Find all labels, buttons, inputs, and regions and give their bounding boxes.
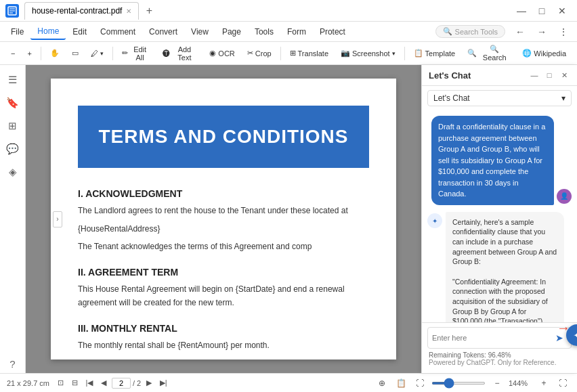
menu-protect[interactable]: Protect [313,24,352,39]
fit-page-button[interactable]: ⊡ [55,377,67,389]
menu-home[interactable]: Home [30,24,66,40]
maximize-button[interactable]: □ [532,3,551,18]
chat-tokens: Remaining Tokens: 96.48% [427,351,572,359]
page-nav-left[interactable]: › [53,211,62,227]
forward-button[interactable]: → [532,24,551,39]
pdf-section-content-1: The Landlord agrees to rent the house to… [78,204,369,217]
total-pages: 2 [137,379,141,387]
edit-all-button[interactable]: ✏ Edit All [116,43,156,64]
search-tools-input[interactable]: 🔍 Search Tools [435,25,505,38]
chat-messages: Draft a confidentiality clause in a purc… [422,110,577,322]
select-tool-button[interactable]: ▭ [66,47,84,60]
chat-header: Let's Chat — □ ✕ [422,65,577,86]
sidebar-icon-1[interactable]: ☰ [3,70,22,89]
chat-controls: — □ ✕ [528,69,570,81]
chat-close-btn[interactable]: ✕ [558,69,570,81]
fit-width-button[interactable]: ⊟ [69,377,81,389]
bot-avatar: ✦ [427,213,442,228]
search-button[interactable]: 🔍 🔍 Search [462,43,515,64]
chat-input-area: ➤ Remaining Tokens: 96.48% Powered by Ch… [422,322,577,373]
template-button[interactable]: 📋 Template [408,47,461,60]
menu-page[interactable]: Page [215,24,248,39]
menu-comment[interactable]: Comment [93,24,142,39]
new-tab-button[interactable]: + [142,3,156,18]
crop-button[interactable]: ✂ Crop [242,47,277,60]
menu-view[interactable]: View [184,24,215,39]
zoom-slider[interactable] [431,382,486,385]
template-label: Template [425,49,456,58]
search-label: 🔍 Search [479,45,510,62]
pdf-section-2: II. AGREEMENT TERM This House Rental Agr… [78,267,369,309]
zoom-out-status-btn[interactable]: − [490,376,505,391]
next-page-button[interactable]: ▶ [143,377,155,389]
status-icon-1[interactable]: ⊕ [375,376,389,391]
minimize-button[interactable]: — [512,3,531,18]
chat-input[interactable] [432,334,549,342]
pdf-section-1: I. ACKNOWLEDGMENT The Landlord agrees to… [78,188,369,253]
sidebar-icon-help[interactable]: ? [3,354,22,373]
pdf-section-3: III. MONTHLY RENTAL The monthly rental s… [78,323,369,352]
sidebar-icon-layers[interactable]: ◈ [3,162,22,181]
sidebar-icon-thumbnail[interactable]: ⊞ [3,116,22,135]
page-size: 21 x 29.7 cm [7,379,49,387]
pdf-section-title-2: II. AGREEMENT TERM [78,267,369,278]
ocr-label: OCR [218,49,234,58]
pdf-section-extra-1: The Tenant acknowledges the terms of thi… [78,240,369,253]
menu-form[interactable]: Form [280,24,313,39]
wikipedia-button[interactable]: 🌐 Wikipedia [517,47,572,60]
current-page-input[interactable] [112,378,131,389]
first-page-button[interactable]: |◀ [83,377,95,389]
pdf-section-content-2: This House Rental Agreement will begin o… [78,283,369,309]
sidebar-icon-bookmark[interactable]: 🔖 [3,93,22,112]
window-controls: — □ ✕ [512,3,572,18]
last-page-button[interactable]: ▶| [157,377,169,389]
add-text-button[interactable]: 🅣 Add Text [157,43,203,64]
pdf-address: {HouseRentalAddress} [78,224,369,234]
toolbar: − + ✋ ▭ 🖊 ▾ ✏ Edit All 🅣 Add Text ◉ OCR … [0,42,577,65]
status-bar: 21 x 29.7 cm ⊡ ⊟ |◀ ◀ / 2 ▶ ▶| ⊕ 📋 ⛶ − 1… [0,373,577,392]
user-avatar: 👤 [557,189,572,204]
prev-page-button[interactable]: ◀ [98,377,110,389]
menu-tools[interactable]: Tools [248,24,280,39]
chat-minimize-btn[interactable]: — [528,69,540,81]
chevron-down-icon: ▾ [561,93,565,103]
tab-area: house-rental-contract.pdf ✕ + [24,2,512,20]
pdf-section-title-3: III. MONTHLY RENTAL [78,323,369,334]
zoom-out-button[interactable]: − [5,47,20,60]
menu-convert[interactable]: Convert [142,24,184,39]
chat-powered-by: Powered by ChatGPT. Only for Reference. [427,359,572,369]
zoom-in-status-btn[interactable]: + [536,376,551,391]
pdf-section-content-3: The monthly rental shall be {RentAmount}… [78,339,369,352]
pdf-header: TERMS AND CONDITIONS [78,106,369,168]
screenshot-label: Screenshot [352,49,390,58]
status-icon-2[interactable]: 📋 [393,376,408,391]
chat-maximize-btn[interactable]: □ [543,69,555,81]
menu-edit[interactable]: Edit [66,24,93,39]
translate-button[interactable]: ⊞ Translate [284,47,334,60]
sidebar-icon-comment[interactable]: 💬 [3,139,22,158]
zoom-in-button[interactable]: + [22,47,37,60]
fit-screen-button[interactable]: ⛶ [412,376,427,391]
user-message: Draft a confidentiality clause in a purc… [431,116,554,205]
chat-dropdown[interactable]: Let's Chat ▾ [427,90,572,106]
close-button[interactable]: ✕ [553,3,572,18]
search-icon: 🔍 [443,27,452,36]
wikipedia-label: Wikipedia [534,49,566,58]
search-tools-label: Search Tools [455,28,498,36]
pdf-section-title-1: I. ACKNOWLEDGMENT [78,188,369,199]
hand-tool-button[interactable]: ✋ [45,47,65,60]
add-text-label: Add Text [172,45,198,62]
svg-text:✦: ✦ [432,217,437,225]
markup-button[interactable]: 🖊 ▾ [85,47,109,60]
main-area: ☰ 🔖 ⊞ 💬 ◈ ? › TERMS AND CONDITIONS I. AC… [0,65,577,373]
tab-filename: house-rental-contract.pdf [32,6,122,16]
page-separator: / [133,379,135,387]
screenshot-button[interactable]: 📷 Screenshot ▾ [335,47,401,60]
back-button[interactable]: ← [511,24,530,39]
pdf-tab[interactable]: house-rental-contract.pdf ✕ [24,2,139,20]
tab-close-btn[interactable]: ✕ [126,7,131,15]
overflow-button[interactable]: ⋮ [554,24,573,39]
fullscreen-button[interactable]: ⛶ [555,376,570,391]
ocr-button[interactable]: ◉ OCR [204,47,240,60]
menu-file[interactable]: File [4,24,30,39]
